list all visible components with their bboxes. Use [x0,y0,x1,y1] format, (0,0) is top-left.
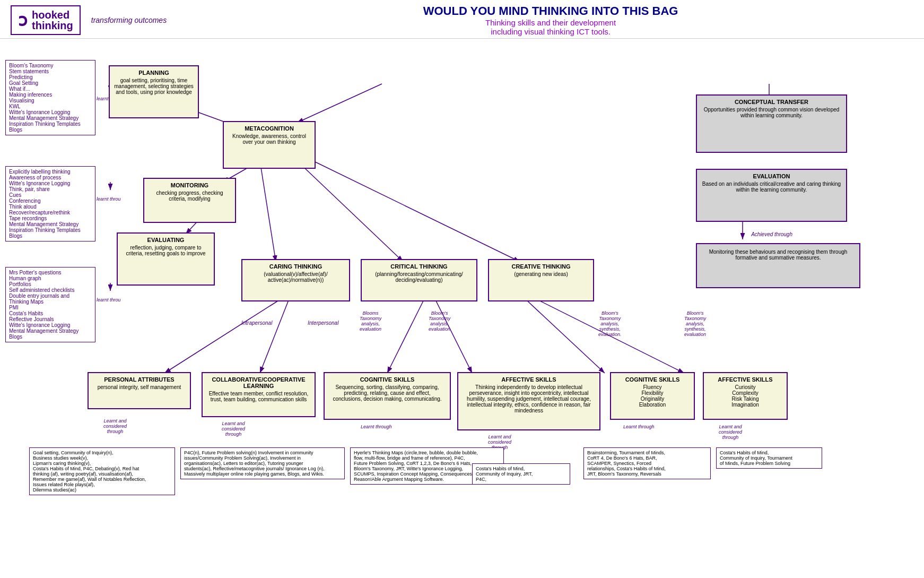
cognitive-skills-center-box: COGNITIVE SKILLS Sequencing, sorting, cl… [324,372,451,420]
svg-line-7 [260,161,276,262]
logo-line2: thinking [32,20,73,31]
main-title: WOULD YOU MIND THINKING INTO THIS BAG [188,4,913,18]
logo-line1: hooked [32,10,73,20]
logo-icon: ↄ [18,10,28,30]
achieved-through-label: Achieved through [751,231,792,237]
svg-line-11 [164,299,281,373]
conceptual-transfer-box: CONCEPTUAL TRANSFER Opportunities provid… [696,94,847,153]
cognitive-skills-right-box: COGNITIVE SKILLS Fluency Flexibility Ori… [610,372,695,420]
learnt-through-bottom-1: Learnt through [361,424,392,429]
top-left-list: Bloom's Taxonomy Stem statements Predict… [5,60,95,135]
learnt-considered-4: Learnt and considered through [719,424,742,440]
collaborative-bottom-box: P4C(n), Future Problem solving(n) Involv… [180,447,345,479]
svg-line-10 [435,299,472,373]
learnt-label-2: learnt throu [97,196,121,202]
title-section: WOULD YOU MIND THINKING INTO THIS BAG Th… [188,4,913,36]
tagline: transforming outcomes [91,16,167,24]
blooms-label-3: Bloom's Taxonomy analysis, synthesis, ev… [598,310,622,337]
logo-box: ↄ hooked thinking [11,5,81,35]
svg-line-8 [313,161,520,262]
evaluation-sub-box: Monitoring these behaviours and recognis… [696,243,860,288]
interpersonal-label: Interpersonal [308,320,338,326]
svg-line-13 [525,299,605,373]
sub-title: Thinking skills and their developmentinc… [188,18,913,36]
planning-box: PLANNING goal setting, prioritising, tim… [109,65,199,118]
monitoring-box: MONITORING checking progress, checking c… [143,178,236,223]
affective-center-bottom-box: Costa's Habits of Mind, Community of Inq… [472,463,570,485]
evaluation-box: EVALUATION Based on an individuals criti… [696,169,847,222]
affective-skills-center-box: AFFECTIVE SKILLS Thinking independently … [457,372,600,430]
collaborative-learning-box: COLLABORATIVE/COOPERATIVE LEARNING Effec… [202,372,316,417]
svg-line-12 [260,299,289,373]
cognitive-right-bottom-box: Brainstorming, Tournament of Minds, CoRT… [583,447,711,479]
critical-thinking-box: CRITICAL THINKING (planning/forecasting/… [361,259,477,301]
affective-right-bottom-box: Costa's Habits of Mind, Community of Inq… [716,447,822,469]
svg-line-2 [297,84,382,123]
caring-thinking-box: CARING THINKING (valuational(v)/affectiv… [241,259,350,301]
evaluating-box: EVALUATING reflection, judging, compare … [117,232,215,286]
intrapersonal-label: Intrapersonal [241,320,272,326]
blooms-label-1: Blooms Taxonomy analysis, evaluation [360,310,381,332]
personal-attributes-box: PERSONAL ATTRIBUTES personal integrity, … [88,372,191,409]
svg-line-6 [297,161,403,262]
learnt-label-3: learnt throu [97,297,121,303]
learnt-considered-2: Learnt and considered through [222,421,245,437]
middle-left-list: Explicitly labelling thinking Awareness … [5,166,95,241]
creative-thinking-box: CREATIVE THINKING (generating new ideas) [488,259,594,301]
learnt-through-bottom-2: Learnt through [623,424,655,429]
blooms-label-2: Bloom's Taxonomy analysis, evaluation [429,310,450,332]
svg-line-9 [387,299,424,373]
metacognition-box: METACOGNITION Knowledge, awareness, cont… [223,121,316,169]
bottom-left-list: Mrs Potter's questions Human graph Portf… [5,267,95,342]
affective-skills-right-box: AFFECTIVE SKILLS Curiosity Complexity Ri… [703,372,788,420]
learnt-considered-1: Learnt and considered through [103,418,127,434]
blooms-label-4: Bloom's Taxonomy analysis, synthesis, ev… [684,310,706,337]
personal-attrs-bottom-box: Goal setting, Community of Inquiry(n), B… [29,447,175,495]
